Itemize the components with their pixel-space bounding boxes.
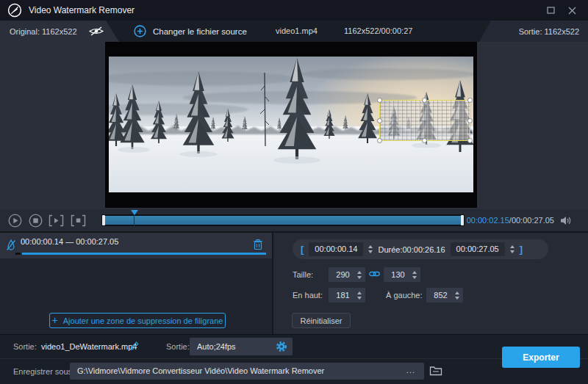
selection-handle[interactable] <box>467 98 473 103</box>
left-stepper[interactable] <box>455 291 459 300</box>
selection-handle[interactable] <box>377 138 382 143</box>
height-stepper[interactable] <box>412 271 417 279</box>
save-as-label: Enregistrer sous: <box>13 367 74 376</box>
zone-list-panel: 00:00:00.14 — 00:00:27.05 + Ajouter une … <box>0 233 272 334</box>
time-range-group: [ 00:00:00.14 Durée:00:00:26.16 00:00:27… <box>293 239 548 259</box>
add-zone-button[interactable]: + Ajouter une zone de suppression de fil… <box>49 313 226 328</box>
save-path-value: G:\Vidmore\Vidmore Convertisseur Vidéo\V… <box>77 363 324 380</box>
source-resolution-duration: 1162x522/00:00:27 <box>344 21 412 42</box>
zone-duration-bar[interactable] <box>22 253 266 255</box>
selection-handle[interactable] <box>422 98 427 103</box>
play-section-button[interactable] <box>48 213 64 228</box>
lower-section: 00:00:00.14 — 00:00:27.05 + Ajouter une … <box>0 231 588 334</box>
start-time-field[interactable]: 00:00:00.14 <box>309 242 363 256</box>
zone-bar-handle <box>15 253 21 255</box>
preview-area <box>0 42 588 209</box>
play-button[interactable] <box>7 213 23 228</box>
output-tab[interactable]: Sortie: 1162x522 <box>479 21 588 42</box>
output-size-label: Sortie: 1162x522 <box>519 27 579 36</box>
selection-handle[interactable] <box>377 98 382 103</box>
window-title: Video Watermark Remover <box>29 5 135 15</box>
video-frame <box>105 42 477 208</box>
zone-properties-panel: [ 00:00:00.14 Durée:00:00:26.16 00:00:27… <box>273 233 588 334</box>
set-start-bracket-button[interactable]: [ <box>301 244 304 255</box>
trash-icon[interactable] <box>253 239 263 250</box>
width-stepper[interactable] <box>357 271 362 279</box>
width-spinbox[interactable]: 290 <box>329 267 365 282</box>
reset-button[interactable]: Réinitialiser <box>292 313 351 328</box>
selection-handle[interactable] <box>422 138 427 143</box>
watermark-zone-icon <box>6 239 16 251</box>
original-tab[interactable]: Original: 1162x522 <box>0 21 119 42</box>
playhead-line <box>134 214 135 226</box>
output-section: Sortie: video1_DeWatermark.mp4 Sortie: A… <box>0 334 588 384</box>
playhead[interactable] <box>131 210 138 215</box>
format-field[interactable]: Auto;24fps <box>190 338 293 355</box>
zone-list-item[interactable]: 00:00:00.14 — 00:00:27.05 <box>0 233 272 258</box>
selection-handle[interactable] <box>377 118 382 123</box>
link-aspect-icon[interactable] <box>369 270 380 278</box>
save-path-field[interactable]: G:\Vidmore\Vidmore Convertisseur Vidéo\V… <box>70 363 424 380</box>
timeline-fill <box>105 216 461 225</box>
size-label: Taille: <box>293 270 313 279</box>
source-filename: video1.mp4 <box>276 21 318 42</box>
selection-handle[interactable] <box>467 118 473 123</box>
open-folder-icon[interactable] <box>429 365 442 377</box>
top-value[interactable]: 181 <box>329 291 357 300</box>
output-filename: video1_DeWatermark.mp4 <box>41 342 137 351</box>
width-value[interactable]: 290 <box>329 270 357 279</box>
timeline-track[interactable] <box>101 214 465 226</box>
add-icon <box>134 25 146 37</box>
volume-icon[interactable] <box>560 216 572 225</box>
top-spinbox[interactable]: 181 <box>329 288 365 303</box>
app-logo-icon <box>7 3 22 18</box>
app-window: Video Watermark Remover Original: 1162x5… <box>0 0 588 384</box>
add-zone-label: Ajouter une zone de suppression de filig… <box>63 316 223 325</box>
watermark-selection-box[interactable] <box>379 100 470 141</box>
plus-icon: + <box>52 316 58 325</box>
close-icon[interactable] <box>568 7 576 15</box>
change-source-label: Changer le fichier source <box>153 27 247 36</box>
height-value[interactable]: 130 <box>384 270 412 279</box>
height-spinbox[interactable]: 130 <box>384 267 420 282</box>
top-label: En haut: <box>293 291 323 300</box>
left-value[interactable]: 852 <box>426 291 455 300</box>
top-stepper[interactable] <box>357 291 362 300</box>
end-time-field[interactable]: 00:00:27.05 <box>451 242 505 256</box>
set-end-bracket-button[interactable]: ] <box>520 244 523 255</box>
stop-button[interactable] <box>27 213 43 228</box>
output-file-label: Sortie: <box>13 342 37 351</box>
start-time-stepper[interactable] <box>368 245 373 253</box>
maximize-icon[interactable] <box>547 7 555 14</box>
left-label: À gauche: <box>386 291 423 300</box>
browse-button[interactable]: ... <box>406 363 415 378</box>
left-spinbox[interactable]: 852 <box>426 288 463 303</box>
playback-bar: 00:00:02.15/00:00:27.05 <box>0 209 588 231</box>
toolbar: Original: 1162x522 Changer le fichier so… <box>0 21 588 42</box>
bottom-divider <box>0 358 588 359</box>
format-value: Auto;24fps <box>197 338 236 355</box>
change-source-button[interactable]: Changer le fichier source <box>134 21 247 42</box>
duration-label: Durée:00:00:26.16 <box>378 245 445 254</box>
original-label: Original: 1162x522 <box>10 27 77 36</box>
title-bar: Video Watermark Remover <box>0 0 588 21</box>
export-button[interactable]: Exporter <box>502 347 580 368</box>
eye-off-icon[interactable] <box>88 26 104 36</box>
current-time: 00:00:02.15 <box>467 216 509 225</box>
selection-handle[interactable] <box>467 138 473 143</box>
gear-icon[interactable] <box>276 341 287 352</box>
rename-pencil-icon[interactable] <box>129 341 140 351</box>
end-time-stepper[interactable] <box>510 245 514 253</box>
format-label: Sortie: <box>166 342 190 351</box>
zone-time-range: 00:00:00.14 — 00:00:27.05 <box>21 237 118 246</box>
time-display: 00:00:02.15/00:00:27.05 <box>467 209 554 231</box>
total-time: 00:00:27.05 <box>512 216 554 225</box>
trim-start-handle[interactable] <box>102 215 105 225</box>
stop-section-button[interactable] <box>70 213 86 228</box>
trim-end-handle[interactable] <box>461 215 464 225</box>
